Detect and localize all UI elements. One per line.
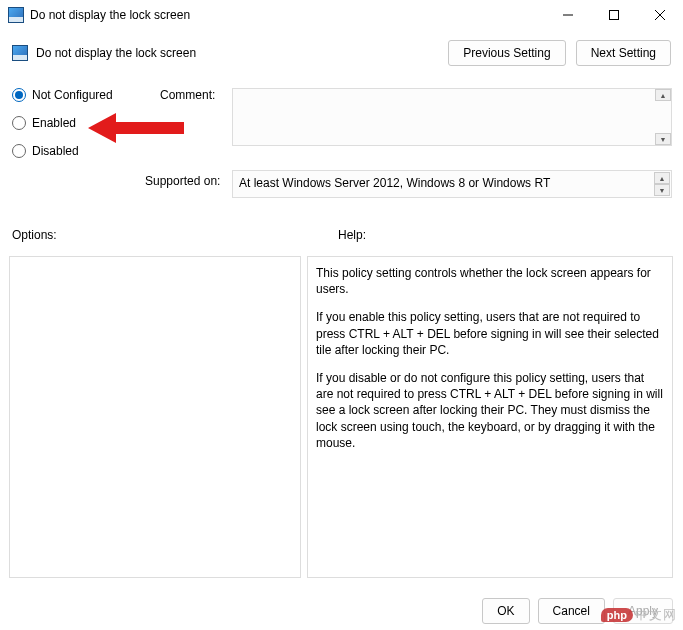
radio-icon (12, 144, 26, 158)
options-label: Options: (12, 228, 57, 242)
close-button[interactable] (637, 0, 683, 30)
comment-textarea[interactable] (232, 88, 672, 146)
maximize-button[interactable] (591, 0, 637, 30)
radio-enabled[interactable]: Enabled (12, 116, 113, 130)
supported-scroll[interactable]: ▲ ▼ (654, 172, 670, 196)
radio-icon (12, 88, 26, 102)
dialog-buttons: OK Cancel Apply (482, 598, 673, 624)
policy-icon (8, 7, 24, 23)
scroll-down-icon[interactable]: ▼ (654, 184, 670, 196)
radio-not-configured[interactable]: Not Configured (12, 88, 113, 102)
comment-scroll[interactable]: ▲ ▼ (655, 89, 671, 145)
scroll-up-icon[interactable]: ▲ (655, 89, 671, 101)
scroll-down-icon[interactable]: ▼ (655, 133, 671, 145)
help-label: Help: (338, 228, 366, 242)
policy-icon (12, 45, 28, 61)
help-paragraph: This policy setting controls whether the… (316, 265, 664, 297)
help-paragraph: If you enable this policy setting, users… (316, 309, 664, 358)
next-setting-button[interactable]: Next Setting (576, 40, 671, 66)
minimize-button[interactable] (545, 0, 591, 30)
supported-on-text: At least Windows Server 2012, Windows 8 … (232, 170, 672, 198)
help-paragraph: If you disable or do not configure this … (316, 370, 664, 451)
header-row: Do not display the lock screen Previous … (0, 30, 683, 72)
radio-label: Enabled (32, 116, 76, 130)
radio-label: Not Configured (32, 88, 113, 102)
state-radio-group: Not Configured Enabled Disabled (12, 88, 113, 172)
nav-buttons: Previous Setting Next Setting (448, 40, 671, 66)
policy-name: Do not display the lock screen (36, 46, 448, 60)
radio-disabled[interactable]: Disabled (12, 144, 113, 158)
svg-rect-1 (610, 11, 619, 20)
cancel-button[interactable]: Cancel (538, 598, 605, 624)
ok-button[interactable]: OK (482, 598, 529, 624)
supported-on-value: At least Windows Server 2012, Windows 8 … (239, 176, 550, 190)
previous-setting-button[interactable]: Previous Setting (448, 40, 565, 66)
radio-icon (12, 116, 26, 130)
scroll-up-icon[interactable]: ▲ (654, 172, 670, 184)
options-panel (9, 256, 301, 578)
window-controls (545, 0, 683, 30)
apply-button: Apply (613, 598, 673, 624)
supported-on-label: Supported on: (145, 174, 220, 188)
titlebar: Do not display the lock screen (0, 0, 683, 30)
radio-label: Disabled (32, 144, 79, 158)
window-title: Do not display the lock screen (30, 8, 545, 22)
comment-label: Comment: (160, 88, 215, 102)
help-panel: This policy setting controls whether the… (307, 256, 673, 578)
comment-field-wrap: ▲ ▼ (232, 88, 672, 146)
supported-on-field-wrap: At least Windows Server 2012, Windows 8 … (232, 170, 672, 198)
